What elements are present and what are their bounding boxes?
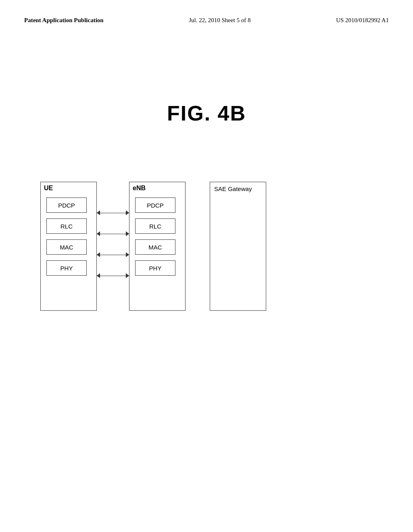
ue-mac-box: MAC — [46, 239, 87, 255]
ue-rlc-box: RLC — [46, 218, 87, 234]
ue-rlc-label: RLC — [60, 223, 73, 230]
enb-mac-label: MAC — [148, 244, 162, 251]
enb-inner: PDCP RLC MAC PHY — [129, 193, 185, 281]
enb-phy-label: PHY — [149, 265, 162, 272]
ue-pdcp-box: PDCP — [46, 197, 87, 213]
publication-label: Patent Application Publication — [24, 16, 104, 25]
date-sheet-label: Jul. 22, 2010 Sheet 5 of 8 — [189, 16, 250, 25]
sae-gateway-label: SAE Gateway — [210, 182, 266, 195]
mac-arrow-left — [97, 252, 100, 257]
enb-phy-box: PHY — [135, 260, 175, 276]
ue-phy-label: PHY — [60, 265, 73, 272]
figure-title-area: FIG. 4B — [24, 101, 389, 125]
enb-pdcp-label: PDCP — [147, 202, 164, 209]
rlc-arrow-line — [97, 234, 129, 234]
pdcp-arrow-right — [126, 210, 129, 215]
mac-arrow-line — [97, 255, 129, 255]
phy-arrow — [97, 268, 129, 283]
pdcp-arrow-left — [97, 210, 100, 215]
rlc-arrow-right — [126, 231, 129, 236]
ue-phy-box: PHY — [46, 260, 87, 276]
enb-entity-box: eNB PDCP RLC MAC PHY — [129, 182, 186, 311]
phy-arrow-line — [97, 276, 129, 276]
ue-mac-label: MAC — [60, 244, 73, 251]
pdcp-arrow-line — [97, 213, 129, 213]
sae-gateway-box: SAE Gateway — [210, 182, 266, 311]
mac-arrow — [97, 247, 129, 262]
header: Patent Application Publication Jul. 22, … — [24, 16, 389, 29]
enb-rlc-label: RLC — [149, 223, 161, 230]
enb-label: eNB — [129, 182, 185, 193]
phy-arrow-left — [97, 273, 100, 278]
ue-label: UE — [41, 182, 96, 193]
rlc-arrow — [97, 226, 129, 241]
sae-inner — [210, 195, 266, 203]
rlc-arrow-left — [97, 231, 100, 236]
diagram-area: UE PDCP RLC MAC PHY — [24, 182, 389, 311]
ue-inner: PDCP RLC MAC PHY — [41, 193, 96, 281]
mac-arrow-right — [126, 252, 129, 257]
pdcp-arrow — [97, 205, 129, 220]
enb-mac-box: MAC — [135, 239, 175, 255]
enb-rlc-box: RLC — [135, 218, 175, 234]
enb-pdcp-box: PDCP — [135, 197, 175, 213]
page: Patent Application Publication Jul. 22, … — [0, 0, 413, 532]
phy-arrow-right — [126, 273, 129, 278]
arrows-column — [97, 182, 129, 283]
ue-entity-box: UE PDCP RLC MAC PHY — [40, 182, 97, 311]
patent-number-label: US 2010/0182992 A1 — [336, 16, 389, 25]
figure-title-text: FIG. 4B — [167, 102, 246, 125]
ue-pdcp-label: PDCP — [58, 202, 75, 209]
